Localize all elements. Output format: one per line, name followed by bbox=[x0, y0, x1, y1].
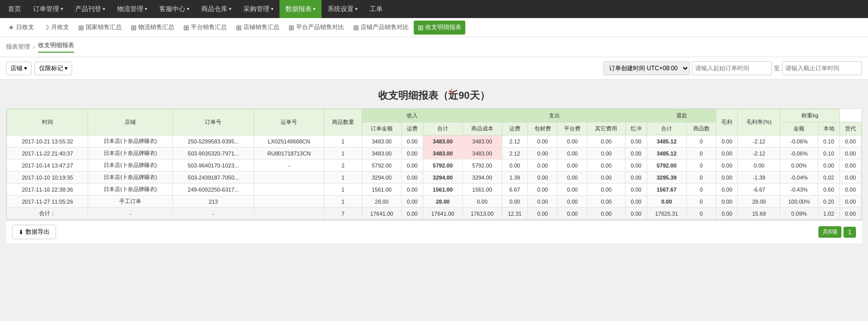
cell-gross-margin: -0.06% bbox=[780, 135, 818, 147]
grid-icon-7: ⊞ bbox=[418, 24, 424, 32]
th-income-shipping: 运费 bbox=[401, 122, 423, 135]
cell-tracking-no bbox=[254, 196, 324, 208]
subnav-monthly[interactable]: ☽ 月收支 bbox=[39, 21, 73, 35]
cell-weight-local: 0.02 bbox=[818, 172, 839, 184]
subnav-store-summary[interactable]: ⊞ 店铺销售汇总 bbox=[232, 21, 283, 35]
nav-warehouse[interactable]: 商品仓库 ▾ bbox=[195, 0, 237, 18]
th-tracking-no: 运单号 bbox=[254, 109, 324, 135]
cell-income-total: 3483.00 bbox=[423, 135, 463, 147]
cell-refund-amt: 0.00 bbox=[716, 135, 738, 147]
th-cost-shipping: 运费 bbox=[502, 122, 527, 135]
nav-orders[interactable]: 订单管理 ▾ bbox=[27, 0, 69, 18]
table-row: 2017-10-14 13:47:27 日本店(卜奈品牌睡衣) 503-9640… bbox=[7, 159, 861, 172]
mark-filter-button[interactable]: 仅限标记 ▾ bbox=[35, 62, 72, 75]
subnav-income-detail[interactable]: ⊞ 收支明细报表 bbox=[414, 21, 465, 35]
cell-cost-platform: 0.00 bbox=[557, 172, 588, 184]
th-income-total: 合计 bbox=[423, 122, 463, 135]
cell-income-shipping: 0.00 bbox=[401, 135, 423, 147]
page-1-button[interactable]: 1 bbox=[843, 227, 856, 238]
nav-settings-arrow: ▾ bbox=[355, 0, 358, 18]
cell-cost-shipping: 1.39 bbox=[502, 172, 527, 184]
nav-products[interactable]: 产品刊登 ▾ bbox=[69, 0, 111, 18]
time-type-select[interactable]: 订单创建时间 UTC+08:00 bbox=[604, 61, 690, 75]
subnav-platform-product-compare[interactable]: ⊞ 平台产品销售对比 bbox=[284, 21, 348, 35]
cell-income-total: 3483.00 bbox=[423, 147, 463, 159]
cell-cost-other: 0.00 bbox=[587, 147, 625, 159]
pagination: 共6项 1 bbox=[818, 226, 856, 238]
cell-weight-carrier: 0.00 bbox=[839, 135, 861, 147]
cell-qty: 1 bbox=[324, 172, 362, 184]
cell-cost-packing: 0.00 bbox=[527, 172, 557, 184]
breadcrumb-separator: › bbox=[33, 44, 35, 51]
total-label: 合计： bbox=[7, 208, 88, 220]
nav-reports[interactable]: 数据报表 ▾ bbox=[279, 0, 322, 18]
cell-cost-total: 5792.00 bbox=[647, 159, 687, 172]
nav-customer[interactable]: 客服中心 ▾ bbox=[153, 0, 195, 18]
cell-order-no: 503-9640170-1023... bbox=[173, 159, 254, 172]
cell-refund-qty: 0 bbox=[686, 184, 716, 196]
cell-weight-local: 0.60 bbox=[818, 184, 839, 196]
table-row: 2017-11-16 22:38:36 日本店(卜奈品牌睡衣) 249-6092… bbox=[7, 184, 861, 196]
subnav-logistics-summary[interactable]: ⊞ 物流销售汇总 bbox=[127, 21, 178, 35]
total-refund-qty: 0 bbox=[686, 208, 716, 220]
cell-order-no: 213 bbox=[173, 196, 254, 208]
cell-income-order-amt: 5792.00 bbox=[362, 159, 402, 172]
table-row: 2017-11-22 21:40:37 日本店(卜奈品牌睡衣) 503-9035… bbox=[7, 147, 861, 159]
cell-qty: 1 bbox=[324, 135, 362, 147]
total-weight-carrier: 0.00 bbox=[839, 208, 861, 220]
table-row: 2017-11-27 11:05:26 手工订单 213 1 28.00 0.0… bbox=[7, 196, 861, 208]
cell-income-shipping: 0.00 bbox=[401, 159, 423, 172]
total-cost-other: 0.00 bbox=[587, 208, 625, 220]
cell-gross-profit: -1.39 bbox=[738, 172, 780, 184]
cell-cost-other: 0.00 bbox=[587, 184, 625, 196]
cell-income-total: 1561.00 bbox=[423, 184, 463, 196]
cell-time: 2017-11-22 21:40:37 bbox=[7, 147, 88, 159]
end-time-input[interactable] bbox=[782, 61, 862, 75]
sun-icon: ☀ bbox=[8, 24, 15, 32]
nav-home[interactable]: 首页 bbox=[2, 0, 27, 18]
cell-store: 日本店(卜奈品牌睡衣) bbox=[88, 135, 173, 147]
report-table-container: 时间 店铺 订单号 运单号 商品数量 收入 支出 退款 毛利 毛利率(%) 称重… bbox=[6, 108, 862, 220]
cell-gross-profit: -2.12 bbox=[738, 135, 780, 147]
cell-gross-margin: 0.00% bbox=[780, 159, 818, 172]
th-store: 店铺 bbox=[88, 109, 173, 135]
cell-cost-total: 3295.39 bbox=[647, 172, 687, 184]
cell-weight-carrier: 0.00 bbox=[839, 196, 861, 208]
cell-cost-total: 3485.12 bbox=[647, 135, 687, 147]
th-refund-qty: 商品数 bbox=[686, 122, 716, 135]
down-arrow-icon: ↓ bbox=[449, 85, 454, 96]
grid-icon-6: ⊞ bbox=[353, 24, 359, 32]
total-refund-amt: 0.00 bbox=[716, 208, 738, 220]
total-gross-profit: 15.69 bbox=[738, 208, 780, 220]
breadcrumb-parent[interactable]: 报表管理 bbox=[6, 43, 30, 51]
subnav-store-product-compare[interactable]: ⊞ 店铺产品销售对比 bbox=[349, 21, 413, 35]
cell-qty: 1 bbox=[324, 196, 362, 208]
subnav-daily[interactable]: ☀ 日收支 bbox=[4, 21, 38, 35]
nav-purchase[interactable]: 采购管理 ▾ bbox=[237, 0, 279, 18]
cell-cost-shipping: 2.12 bbox=[502, 147, 527, 159]
nav-logistics[interactable]: 物流管理 ▾ bbox=[111, 0, 153, 18]
breadcrumb-current: 收支明细报表 bbox=[38, 41, 74, 53]
grid-icon-1: ⊞ bbox=[78, 24, 84, 32]
nav-settings[interactable]: 系统设置 ▾ bbox=[322, 0, 364, 18]
th-weight-local: 本地 bbox=[818, 122, 839, 135]
cell-weight-carrier: 0.00 bbox=[839, 159, 861, 172]
cell-cost-other: 0.00 bbox=[587, 172, 625, 184]
subnav-platform-summary[interactable]: ⊞ 平台销售汇总 bbox=[179, 21, 231, 35]
cell-cost-platform: 0.00 bbox=[557, 147, 588, 159]
export-button[interactable]: ⬇ 数据导出 bbox=[12, 225, 56, 239]
main-content: 收支明细报表（近90天） ↓ 时间 店铺 订单号 运单号 商品数量 收入 支出 … bbox=[0, 80, 868, 248]
store-filter-button[interactable]: 店铺 ▾ bbox=[6, 62, 32, 75]
nav-warehouse-arrow: ▾ bbox=[229, 0, 231, 18]
cell-refund-qty: 0 bbox=[686, 135, 716, 147]
dropdown-arrow-mark: ▾ bbox=[65, 65, 68, 72]
start-time-input[interactable] bbox=[692, 61, 772, 75]
cell-cost-platform: 0.00 bbox=[557, 184, 588, 196]
cell-cost-other: 0.00 bbox=[587, 159, 625, 172]
cell-refund-amt: 0.00 bbox=[716, 147, 738, 159]
total-cost-reverse: 0.00 bbox=[625, 208, 647, 220]
subnav-country-summary[interactable]: ⊞ 国家销售汇总 bbox=[74, 21, 126, 35]
cell-refund-amt: 0.00 bbox=[716, 172, 738, 184]
nav-workorder[interactable]: 工单 bbox=[364, 0, 389, 18]
report-table: 时间 店铺 订单号 运单号 商品数量 收入 支出 退款 毛利 毛利率(%) 称重… bbox=[7, 109, 861, 220]
